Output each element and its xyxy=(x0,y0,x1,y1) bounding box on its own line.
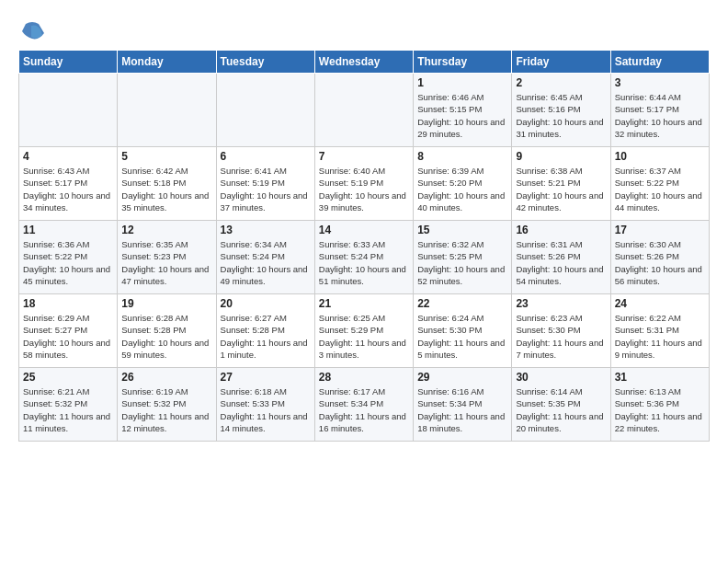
empty-cell xyxy=(314,74,413,147)
calendar-day-17: 17Sunrise: 6:30 AM Sunset: 5:26 PM Dayli… xyxy=(610,221,709,294)
day-info: Sunrise: 6:34 AM Sunset: 5:24 PM Dayligh… xyxy=(221,238,311,287)
day-number: 27 xyxy=(221,371,311,384)
day-number: 19 xyxy=(121,297,211,310)
calendar-day-14: 14Sunrise: 6:33 AM Sunset: 5:24 PM Dayli… xyxy=(314,221,413,294)
weekday-header-saturday: Saturday xyxy=(610,51,709,74)
day-number: 11 xyxy=(23,224,113,236)
day-info: Sunrise: 6:44 AM Sunset: 5:17 PM Dayligh… xyxy=(615,91,705,140)
day-number: 17 xyxy=(615,224,705,236)
day-number: 30 xyxy=(516,371,606,384)
day-info: Sunrise: 6:32 AM Sunset: 5:25 PM Dayligh… xyxy=(417,238,507,287)
day-number: 22 xyxy=(417,297,507,310)
day-info: Sunrise: 6:43 AM Sunset: 5:17 PM Dayligh… xyxy=(23,165,113,213)
logo xyxy=(18,18,50,46)
day-info: Sunrise: 6:38 AM Sunset: 5:21 PM Dayligh… xyxy=(516,165,606,213)
day-info: Sunrise: 6:19 AM Sunset: 5:32 PM Dayligh… xyxy=(121,385,211,434)
day-number: 6 xyxy=(221,150,311,163)
calendar-week-row: 1Sunrise: 6:46 AM Sunset: 5:15 PM Daylig… xyxy=(19,74,710,147)
day-number: 15 xyxy=(417,224,507,236)
empty-cell xyxy=(118,74,216,147)
weekday-header-tuesday: Tuesday xyxy=(216,51,314,74)
day-number: 24 xyxy=(615,297,705,310)
day-number: 25 xyxy=(23,371,113,384)
day-number: 4 xyxy=(23,150,113,163)
calendar-day-5: 5Sunrise: 6:42 AM Sunset: 5:18 PM Daylig… xyxy=(118,147,216,221)
weekday-header-thursday: Thursday xyxy=(414,51,512,74)
calendar-day-15: 15Sunrise: 6:32 AM Sunset: 5:25 PM Dayli… xyxy=(414,221,512,294)
calendar-day-18: 18Sunrise: 6:29 AM Sunset: 5:27 PM Dayli… xyxy=(19,294,118,368)
day-number: 8 xyxy=(417,150,507,163)
calendar-day-11: 11Sunrise: 6:36 AM Sunset: 5:22 PM Dayli… xyxy=(19,221,118,294)
day-info: Sunrise: 6:41 AM Sunset: 5:19 PM Dayligh… xyxy=(221,165,311,213)
day-info: Sunrise: 6:17 AM Sunset: 5:34 PM Dayligh… xyxy=(319,385,409,434)
day-number: 12 xyxy=(121,224,211,236)
day-info: Sunrise: 6:46 AM Sunset: 5:15 PM Dayligh… xyxy=(417,91,507,140)
day-number: 29 xyxy=(417,371,507,384)
day-info: Sunrise: 6:24 AM Sunset: 5:30 PM Dayligh… xyxy=(417,312,507,361)
calendar-day-22: 22Sunrise: 6:24 AM Sunset: 5:30 PM Dayli… xyxy=(414,294,512,368)
calendar-day-20: 20Sunrise: 6:27 AM Sunset: 5:28 PM Dayli… xyxy=(216,294,314,368)
day-info: Sunrise: 6:30 AM Sunset: 5:26 PM Dayligh… xyxy=(615,238,705,287)
day-info: Sunrise: 6:35 AM Sunset: 5:23 PM Dayligh… xyxy=(121,238,211,287)
day-number: 10 xyxy=(615,150,705,163)
calendar-day-13: 13Sunrise: 6:34 AM Sunset: 5:24 PM Dayli… xyxy=(216,221,314,294)
day-number: 20 xyxy=(221,297,311,310)
day-info: Sunrise: 6:21 AM Sunset: 5:32 PM Dayligh… xyxy=(23,385,113,434)
day-number: 31 xyxy=(615,371,705,384)
day-info: Sunrise: 6:33 AM Sunset: 5:24 PM Dayligh… xyxy=(319,238,409,287)
day-number: 28 xyxy=(319,371,409,384)
weekday-header-wednesday: Wednesday xyxy=(314,51,413,74)
calendar-day-2: 2Sunrise: 6:45 AM Sunset: 5:16 PM Daylig… xyxy=(512,74,610,147)
day-info: Sunrise: 6:40 AM Sunset: 5:19 PM Dayligh… xyxy=(319,165,409,213)
calendar-week-row: 11Sunrise: 6:36 AM Sunset: 5:22 PM Dayli… xyxy=(19,221,710,294)
calendar-day-28: 28Sunrise: 6:17 AM Sunset: 5:34 PM Dayli… xyxy=(314,368,413,442)
day-info: Sunrise: 6:39 AM Sunset: 5:20 PM Dayligh… xyxy=(417,165,507,213)
day-number: 23 xyxy=(516,297,606,310)
weekday-header-monday: Monday xyxy=(118,51,216,74)
calendar-table: SundayMondayTuesdayWednesdayThursdayFrid… xyxy=(18,50,710,442)
day-info: Sunrise: 6:18 AM Sunset: 5:33 PM Dayligh… xyxy=(221,385,311,434)
calendar-day-4: 4Sunrise: 6:43 AM Sunset: 5:17 PM Daylig… xyxy=(19,147,118,221)
calendar-day-10: 10Sunrise: 6:37 AM Sunset: 5:22 PM Dayli… xyxy=(610,147,709,221)
weekday-header-row: SundayMondayTuesdayWednesdayThursdayFrid… xyxy=(19,51,710,74)
calendar-day-7: 7Sunrise: 6:40 AM Sunset: 5:19 PM Daylig… xyxy=(314,147,413,221)
day-number: 21 xyxy=(319,297,409,310)
day-info: Sunrise: 6:16 AM Sunset: 5:34 PM Dayligh… xyxy=(417,385,507,434)
calendar-day-29: 29Sunrise: 6:16 AM Sunset: 5:34 PM Dayli… xyxy=(414,368,512,442)
calendar-day-24: 24Sunrise: 6:22 AM Sunset: 5:31 PM Dayli… xyxy=(610,294,709,368)
day-info: Sunrise: 6:22 AM Sunset: 5:31 PM Dayligh… xyxy=(615,312,705,361)
day-info: Sunrise: 6:36 AM Sunset: 5:22 PM Dayligh… xyxy=(23,238,113,287)
calendar-day-9: 9Sunrise: 6:38 AM Sunset: 5:21 PM Daylig… xyxy=(512,147,610,221)
day-number: 16 xyxy=(516,224,606,236)
day-number: 13 xyxy=(221,224,311,236)
day-info: Sunrise: 6:25 AM Sunset: 5:29 PM Dayligh… xyxy=(319,312,409,361)
day-number: 18 xyxy=(23,297,113,310)
day-info: Sunrise: 6:28 AM Sunset: 5:28 PM Dayligh… xyxy=(121,312,211,361)
calendar-day-19: 19Sunrise: 6:28 AM Sunset: 5:28 PM Dayli… xyxy=(118,294,216,368)
calendar-week-row: 4Sunrise: 6:43 AM Sunset: 5:17 PM Daylig… xyxy=(19,147,710,221)
calendar-day-31: 31Sunrise: 6:13 AM Sunset: 5:36 PM Dayli… xyxy=(610,368,709,442)
day-info: Sunrise: 6:29 AM Sunset: 5:27 PM Dayligh… xyxy=(23,312,113,361)
logo-icon xyxy=(18,18,46,46)
weekday-header-sunday: Sunday xyxy=(19,51,118,74)
day-info: Sunrise: 6:27 AM Sunset: 5:28 PM Dayligh… xyxy=(221,312,311,361)
empty-cell xyxy=(216,74,314,147)
empty-cell xyxy=(19,74,118,147)
day-number: 5 xyxy=(121,150,211,163)
calendar-day-12: 12Sunrise: 6:35 AM Sunset: 5:23 PM Dayli… xyxy=(118,221,216,294)
calendar-day-26: 26Sunrise: 6:19 AM Sunset: 5:32 PM Dayli… xyxy=(118,368,216,442)
calendar-day-23: 23Sunrise: 6:23 AM Sunset: 5:30 PM Dayli… xyxy=(512,294,610,368)
day-info: Sunrise: 6:37 AM Sunset: 5:22 PM Dayligh… xyxy=(615,165,705,213)
day-number: 1 xyxy=(417,76,507,89)
calendar-day-27: 27Sunrise: 6:18 AM Sunset: 5:33 PM Dayli… xyxy=(216,368,314,442)
calendar-day-16: 16Sunrise: 6:31 AM Sunset: 5:26 PM Dayli… xyxy=(512,221,610,294)
calendar-day-1: 1Sunrise: 6:46 AM Sunset: 5:15 PM Daylig… xyxy=(414,74,512,147)
calendar-day-21: 21Sunrise: 6:25 AM Sunset: 5:29 PM Dayli… xyxy=(314,294,413,368)
day-number: 7 xyxy=(319,150,409,163)
day-info: Sunrise: 6:23 AM Sunset: 5:30 PM Dayligh… xyxy=(516,312,606,361)
calendar-day-6: 6Sunrise: 6:41 AM Sunset: 5:19 PM Daylig… xyxy=(216,147,314,221)
weekday-header-friday: Friday xyxy=(512,51,610,74)
day-number: 9 xyxy=(516,150,606,163)
calendar-day-8: 8Sunrise: 6:39 AM Sunset: 5:20 PM Daylig… xyxy=(414,147,512,221)
day-info: Sunrise: 6:42 AM Sunset: 5:18 PM Dayligh… xyxy=(121,165,211,213)
